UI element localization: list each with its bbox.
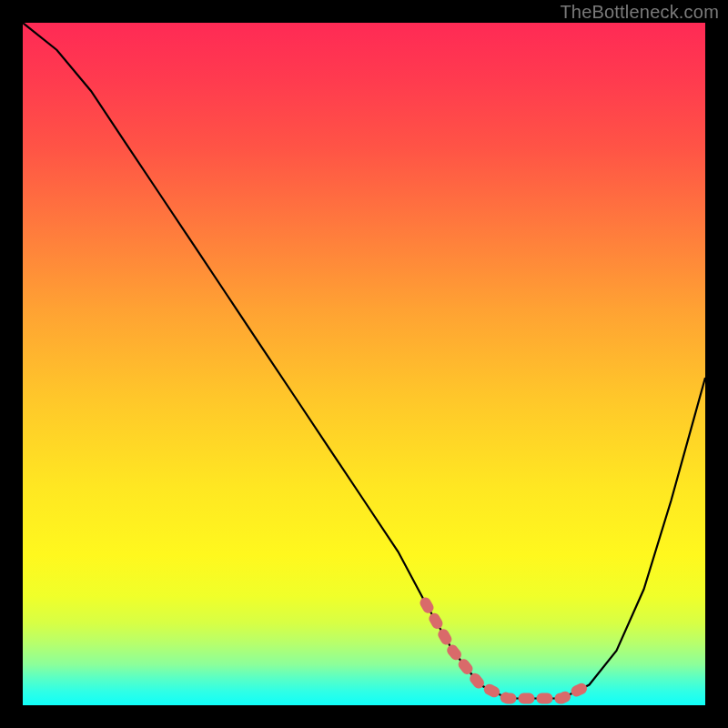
chart-frame: TheBottleneck.com: [0, 0, 728, 728]
bottleneck-curve-path: [23, 23, 705, 699]
chart-plot-area: [23, 23, 705, 705]
attribution-text: TheBottleneck.com: [560, 2, 719, 23]
chart-curve-svg: [23, 23, 705, 705]
highlight-segment-path: [426, 603, 590, 699]
